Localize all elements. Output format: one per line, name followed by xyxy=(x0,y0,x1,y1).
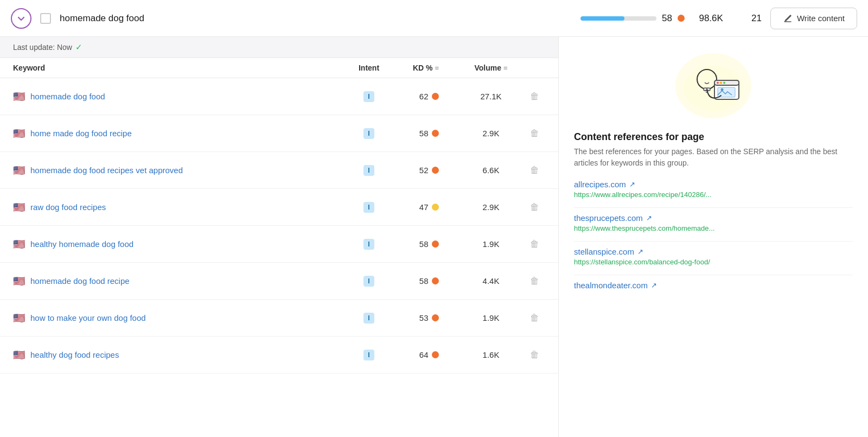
volume-cell: 4.4K xyxy=(458,276,524,286)
ref-domain-text: thesprucepets.com xyxy=(574,213,643,223)
kd-indicator xyxy=(432,277,439,284)
kd-indicator xyxy=(432,351,439,358)
action-cell: 🗑 xyxy=(524,165,545,176)
external-link-icon: ↗ xyxy=(646,214,652,222)
flag-icon: 🇺🇸 xyxy=(13,349,25,361)
delete-icon[interactable]: 🗑 xyxy=(530,350,539,360)
kd-indicator xyxy=(432,130,439,137)
delete-icon[interactable]: 🗑 xyxy=(530,165,539,176)
delete-icon[interactable]: 🗑 xyxy=(530,313,539,324)
ref-domain-link[interactable]: allrecipes.com ↗ xyxy=(574,180,853,189)
kd-indicator xyxy=(432,240,439,248)
content-refs-title: Content references for page xyxy=(574,131,853,143)
table-row: 🇺🇸 raw dog food recipes I 47 2.9K 🗑 xyxy=(0,189,558,226)
kd-indicator xyxy=(432,314,439,321)
col-header-kd: KD % ≡ xyxy=(393,64,458,72)
kd-number: 62 xyxy=(413,92,429,101)
intent-badge: I xyxy=(363,313,374,324)
table-row: 🇺🇸 homemade dog food recipes vet approve… xyxy=(0,152,558,189)
kd-number: 64 xyxy=(413,350,429,359)
keyword-link[interactable]: healthy dog food recipes xyxy=(30,350,119,359)
action-cell: 🗑 xyxy=(524,128,545,139)
action-cell: 🗑 xyxy=(524,313,545,324)
last-update-bar: Last update: Now ✓ xyxy=(0,37,558,58)
table-row: 🇺🇸 homemade dog food I 62 27.1K 🗑 xyxy=(0,78,558,115)
keyword-link[interactable]: homemade dog food recipes vet approved xyxy=(30,166,183,175)
kd-cell: 47 xyxy=(393,202,458,212)
keyword-link[interactable]: raw dog food recipes xyxy=(30,202,106,212)
ref-domain-text: stellanspice.com xyxy=(574,247,634,256)
row-checkbox[interactable] xyxy=(40,13,51,24)
kd-filter-icon[interactable]: ≡ xyxy=(435,64,439,72)
svg-point-7 xyxy=(717,82,719,84)
keyword-link[interactable]: homemade dog food recipe xyxy=(30,276,130,286)
external-link-icon: ↗ xyxy=(637,248,643,256)
delete-icon[interactable]: 🗑 xyxy=(530,202,539,213)
table-row: 🇺🇸 how to make your own dog food I 53 1.… xyxy=(0,300,558,337)
intent-cell: I xyxy=(344,350,393,360)
action-cell: 🗑 xyxy=(524,350,545,360)
svg-point-8 xyxy=(720,82,722,84)
keyword-cell: 🇺🇸 homemade dog food recipe xyxy=(13,275,344,287)
intent-cell: I xyxy=(344,165,393,176)
ref-item: thealmondeater.com ↗ xyxy=(574,281,853,290)
flag-icon: 🇺🇸 xyxy=(13,164,25,176)
intent-badge: I xyxy=(363,128,374,139)
ref-domain-text: thealmondeater.com xyxy=(574,281,648,290)
kd-dot xyxy=(678,15,685,22)
ref-domain-text: allrecipes.com xyxy=(574,180,626,189)
flag-icon: 🇺🇸 xyxy=(13,275,25,287)
ref-url: https://stellanspice.com/balanced-dog-fo… xyxy=(574,258,853,266)
keyword-link[interactable]: healthy homemade dog food xyxy=(30,239,133,249)
ref-url: https://www.allrecipes.com/recipe/140286… xyxy=(574,191,853,199)
count-stat: 21 xyxy=(732,13,762,24)
volume-cell: 1.9K xyxy=(458,239,524,249)
delete-icon[interactable]: 🗑 xyxy=(530,128,539,139)
col-header-intent: Intent xyxy=(344,64,393,72)
kd-indicator xyxy=(432,204,439,211)
keyword-link[interactable]: home made dog food recipe xyxy=(30,129,132,138)
svg-point-11 xyxy=(721,88,724,91)
kd-progress-bar-wrap: 58 xyxy=(580,13,685,24)
intent-badge: I xyxy=(363,239,374,250)
kd-number: 47 xyxy=(413,202,429,212)
main-keyword: homemade dog food xyxy=(60,13,572,24)
volume-cell: 1.6K xyxy=(458,350,524,359)
svg-point-9 xyxy=(723,82,725,84)
flag-icon: 🇺🇸 xyxy=(13,238,25,250)
volume-cell: 27.1K xyxy=(458,92,524,101)
ref-item: stellanspice.com ↗ https://stellanspice.… xyxy=(574,247,853,266)
intent-cell: I xyxy=(344,202,393,213)
volume-filter-icon[interactable]: ≡ xyxy=(503,64,508,72)
external-link-icon: ↗ xyxy=(629,180,635,188)
write-content-button[interactable]: Write content xyxy=(770,8,857,29)
kd-number: 58 xyxy=(413,129,429,138)
kd-cell: 53 xyxy=(393,313,458,322)
ref-item: allrecipes.com ↗ https://www.allrecipes.… xyxy=(574,180,853,199)
ref-domain-link[interactable]: thealmondeater.com ↗ xyxy=(574,281,853,290)
flag-icon: 🇺🇸 xyxy=(13,91,25,103)
table-header: Keyword Intent KD % ≡ Volume ≡ xyxy=(0,58,558,78)
illustration-wrap xyxy=(574,53,853,118)
kd-indicator xyxy=(432,167,439,174)
action-cell: 🗑 xyxy=(524,202,545,213)
delete-icon[interactable]: 🗑 xyxy=(530,239,539,250)
col-header-keyword: Keyword xyxy=(13,64,344,72)
expand-button[interactable] xyxy=(11,8,31,29)
update-checkmark: ✓ xyxy=(75,42,82,52)
keyword-link[interactable]: homemade dog food xyxy=(30,92,105,101)
delete-icon[interactable]: 🗑 xyxy=(530,276,539,287)
flag-icon: 🇺🇸 xyxy=(13,201,25,213)
intent-badge: I xyxy=(363,165,374,176)
delete-icon[interactable]: 🗑 xyxy=(530,91,539,102)
ref-domain-link[interactable]: thesprucepets.com ↗ xyxy=(574,213,853,223)
keyword-cell: 🇺🇸 raw dog food recipes xyxy=(13,201,344,213)
keyword-cell: 🇺🇸 healthy homemade dog food xyxy=(13,238,344,250)
ref-domain-link[interactable]: stellanspice.com ↗ xyxy=(574,247,853,256)
volume-cell: 1.9K xyxy=(458,313,524,322)
volume-cell: 2.9K xyxy=(458,129,524,138)
top-bar: homemade dog food 58 98.6K 21 Write cont… xyxy=(0,0,868,37)
last-update-text: Last update: Now xyxy=(13,43,72,52)
keyword-link[interactable]: how to make your own dog food xyxy=(30,313,146,322)
kd-number: 58 xyxy=(413,276,429,286)
